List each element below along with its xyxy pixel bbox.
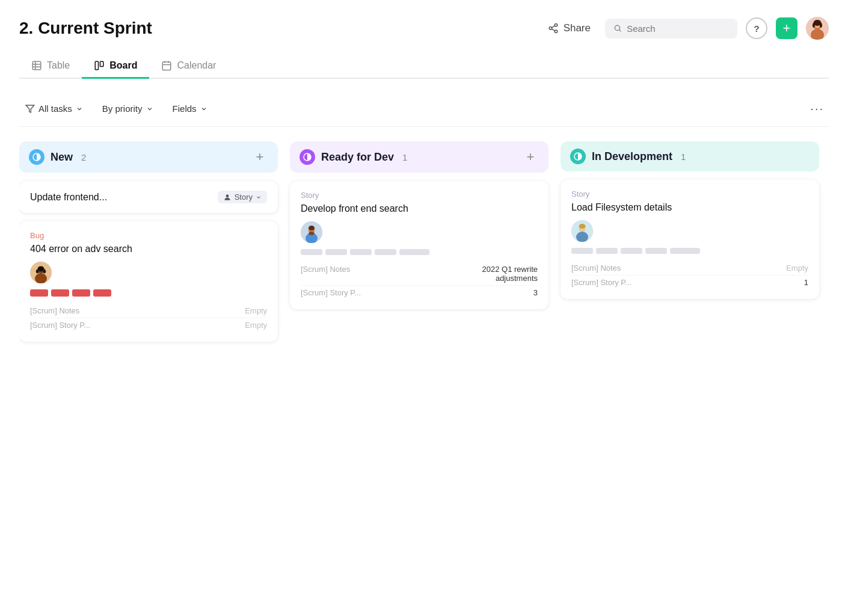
person-icon (223, 193, 232, 202)
fields-button[interactable]: Fields (167, 100, 214, 117)
svg-point-5 (615, 25, 619, 30)
indev-column-icon (570, 149, 586, 164)
card-type-bug: Bug (30, 231, 267, 240)
priority-block-1 (30, 289, 48, 297)
ready-status-icon (303, 152, 312, 162)
filter-icon (25, 104, 35, 114)
column-header-new: New 2 + (19, 141, 278, 173)
filter-button[interactable]: All tasks (19, 100, 89, 117)
sbar-4 (375, 249, 396, 255)
column-header-indev: In Development 1 (561, 141, 819, 171)
card-meta-notes: [Scrum] Notes Empty (30, 304, 267, 318)
priority-blocks (30, 289, 267, 297)
share-label: Share (564, 22, 591, 34)
search-bar[interactable] (605, 19, 737, 38)
new-column-count: 2 (81, 152, 86, 162)
sbar-fs-2 (596, 248, 618, 254)
avatar-card-develop (301, 221, 322, 243)
svg-rect-18 (96, 61, 99, 70)
chevron-down-icon-3 (200, 105, 207, 112)
table-icon (31, 60, 42, 71)
card-meta-section: [Scrum] Notes Empty [Scrum] Story P... E… (30, 304, 267, 332)
indev-column-count: 1 (681, 152, 686, 162)
tab-table[interactable]: Table (19, 54, 82, 79)
meta-value-story-p-fs: 1 (804, 278, 808, 287)
new-column-add-button[interactable]: + (251, 149, 268, 165)
header-actions: Share ? + (542, 17, 829, 40)
svg-rect-19 (100, 61, 103, 66)
ready-column-title: Ready for Dev (321, 151, 394, 164)
sbar-2 (325, 249, 347, 255)
svg-rect-14 (32, 61, 41, 70)
meta-value-notes-develop: 2022 Q1 rewrite adjustments (447, 265, 538, 283)
story-badge-label: Story (235, 192, 253, 202)
new-column-title: New (51, 151, 73, 164)
sbar-fs-1 (571, 248, 593, 254)
card-meta-section-develop: [Scrum] Notes 2022 Q1 rewrite adjustment… (301, 262, 538, 300)
card-meta-notes-develop: [Scrum] Notes 2022 Q1 rewrite adjustment… (301, 262, 538, 286)
svg-point-12 (813, 23, 815, 28)
ready-column-count: 1 (402, 152, 407, 162)
column-ready-for-dev: Ready for Dev 1 + Story Develop front en… (290, 141, 548, 350)
meta-label-story-p-develop: [Scrum] Story P... (301, 288, 361, 297)
ready-column-add-button[interactable]: + (522, 149, 539, 165)
svg-point-13 (820, 23, 822, 28)
all-tasks-label: All tasks (38, 103, 72, 114)
card-meta-story-p-develop: [Scrum] Story P... 3 (301, 286, 538, 300)
sbar-fs-4 (645, 248, 667, 254)
svg-point-46 (579, 224, 586, 229)
card-type-story: Story (301, 191, 538, 200)
card-title-develop: Develop front end search (301, 203, 538, 214)
svg-rect-20 (163, 62, 171, 70)
svg-line-3 (552, 29, 555, 31)
avatar-image (806, 17, 829, 40)
search-icon (613, 23, 622, 33)
priority-block-2 (51, 289, 69, 297)
svg-marker-24 (26, 105, 34, 112)
tab-calendar-label: Calendar (177, 60, 216, 71)
ready-column-icon (300, 149, 315, 165)
meta-label-notes-fs: [Scrum] Notes (571, 263, 621, 273)
card-meta-notes-fs: [Scrum] Notes Empty (571, 261, 808, 276)
meta-value-story-p-develop: 3 (533, 288, 538, 297)
card-develop-search[interactable]: Story Develop front end search (290, 181, 548, 309)
fields-label: Fields (173, 103, 197, 114)
sbar-3 (350, 249, 372, 255)
tabs-bar: Table Board Calendar (19, 54, 829, 79)
by-priority-button[interactable]: By priority (96, 100, 159, 117)
toolbar: All tasks By priority Fields ··· (19, 91, 829, 127)
share-button[interactable]: Share (542, 19, 597, 38)
help-button[interactable]: ? (746, 17, 767, 39)
svg-point-30 (38, 266, 45, 272)
svg-line-4 (552, 26, 555, 28)
tab-table-label: Table (47, 60, 70, 71)
meta-value-notes: Empty (245, 306, 267, 315)
card-filesystem[interactable]: Story Load Filesystem details (561, 180, 819, 299)
card-bug-404[interactable]: Bug 404 error on adv search (19, 221, 278, 342)
card-update-frontend[interactable]: Update frontend... Story (19, 181, 278, 213)
card-title-bug: 404 error on adv search (30, 244, 267, 254)
tab-board[interactable]: Board (82, 54, 149, 79)
more-options-button[interactable]: ··· (805, 99, 829, 118)
add-button[interactable]: + (776, 17, 797, 39)
card-meta-section-fs: [Scrum] Notes Empty [Scrum] Story P... 1 (571, 261, 808, 289)
page-title: 2. Current Sprint (19, 19, 152, 38)
avatar[interactable] (806, 17, 829, 40)
card-meta-story-p: [Scrum] Story P... Empty (30, 318, 267, 332)
story-badge[interactable]: Story (218, 191, 267, 203)
board-icon (94, 60, 105, 71)
column-new: New 2 + Update frontend... Story (19, 141, 278, 350)
tab-board-label: Board (109, 60, 137, 71)
priority-block-4 (93, 289, 111, 297)
sbar-fs-5 (670, 248, 700, 254)
avatar-bug-image (30, 262, 52, 283)
search-input[interactable] (627, 23, 729, 34)
skeleton-bars-develop (301, 249, 538, 255)
by-priority-label: By priority (102, 103, 143, 114)
meta-label-story-p: [Scrum] Story P... (30, 321, 90, 330)
chevron-down-icon (76, 105, 83, 112)
meta-value-story-p: Empty (245, 321, 267, 330)
tab-calendar[interactable]: Calendar (149, 54, 228, 79)
column-in-development: In Development 1 Story Load Filesystem d… (561, 141, 819, 350)
avatar-filesystem-image (571, 220, 593, 242)
